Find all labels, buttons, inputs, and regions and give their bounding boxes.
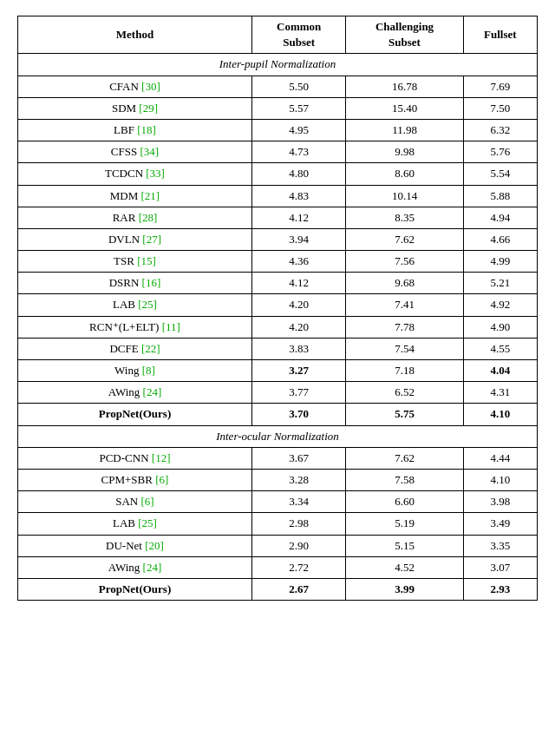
method-name: CFSS	[111, 145, 140, 158]
header-common: CommonSubset	[251, 16, 345, 54]
section-header-row: Inter-pupil Normalization	[18, 54, 538, 76]
header-method: Method	[18, 16, 252, 54]
method-cell: MDM [21]	[18, 185, 252, 207]
results-table: Method CommonSubset ChallengingSubset Fu…	[17, 16, 538, 601]
common-value: 2.98	[251, 513, 345, 535]
challenging-value: 15.40	[346, 97, 463, 119]
method-name: DSRN	[109, 276, 142, 289]
challenging-value: 7.18	[346, 360, 463, 382]
fullset-value: 4.04	[463, 360, 537, 382]
method-cell: SDM [29]	[18, 97, 252, 119]
challenging-value: 8.60	[346, 163, 463, 185]
common-value: 4.95	[251, 119, 345, 141]
table-row: LAB [25]2.985.193.49	[18, 513, 538, 535]
method-cell: DSRN [16]	[18, 273, 252, 294]
method-cell: LAB [25]	[18, 294, 252, 316]
method-name: LAB	[113, 298, 138, 311]
header-fullset: Fullset	[463, 16, 537, 54]
propnet-challenging: 3.99	[346, 578, 463, 600]
table-row: LBF [18]4.9511.986.32	[18, 119, 538, 141]
common-value: 5.57	[251, 97, 345, 119]
table-row: DU-Net [20]2.905.153.35	[18, 535, 538, 556]
method-ref: [6]	[141, 495, 154, 508]
common-value: 3.34	[251, 491, 345, 513]
method-name: LBF	[114, 123, 137, 136]
common-value: 5.50	[251, 76, 345, 97]
challenging-value: 7.54	[346, 338, 463, 359]
method-ref: [25]	[138, 516, 157, 529]
section-title: Inter-pupil Normalization	[18, 54, 538, 76]
table-row: DVLN [27]3.947.624.66	[18, 228, 538, 250]
method-cell: RAR [28]	[18, 207, 252, 228]
challenging-value: 9.98	[346, 141, 463, 163]
propnet-fullset: 4.10	[463, 404, 537, 425]
method-name: DU-Net	[106, 539, 145, 552]
challenging-value: 5.19	[346, 513, 463, 535]
common-value: 3.28	[251, 469, 345, 490]
propnet-challenging: 5.75	[346, 404, 463, 425]
method-cell: DU-Net [20]	[18, 535, 252, 556]
table-row: LAB [25]4.207.414.92	[18, 294, 538, 316]
common-value: 4.36	[251, 251, 345, 273]
challenging-value: 6.52	[346, 382, 463, 404]
method-ref: [28]	[139, 211, 158, 224]
challenging-value: 10.14	[346, 185, 463, 207]
common-value: 3.83	[251, 338, 345, 359]
fullset-value: 4.31	[463, 382, 537, 404]
method-ref: [8]	[142, 364, 155, 377]
method-ref: [18]	[137, 123, 156, 136]
method-ref: [34]	[140, 145, 159, 158]
challenging-value: 7.41	[346, 294, 463, 316]
method-name: SDM	[112, 102, 139, 115]
fullset-value: 3.07	[463, 556, 537, 578]
fullset-value: 5.76	[463, 141, 537, 163]
challenging-value: 7.62	[346, 228, 463, 250]
method-ref: [15]	[137, 254, 156, 267]
common-value: 4.73	[251, 141, 345, 163]
method-ref: [16]	[142, 276, 161, 289]
common-value: 4.83	[251, 185, 345, 207]
table-row: TSR [15]4.367.564.99	[18, 251, 538, 273]
method-cell: RCN⁺(L+ELT) [11]	[18, 316, 252, 338]
common-value: 4.20	[251, 294, 345, 316]
table-row: CPM+SBR [6]3.287.584.10	[18, 469, 538, 490]
fullset-value: 3.98	[463, 491, 537, 513]
method-name: CFAN	[109, 80, 141, 93]
method-ref: [21]	[141, 189, 160, 202]
propnet-row: PropNet(Ours)2.673.992.93	[18, 578, 538, 600]
table-row: AWing [24]3.776.524.31	[18, 382, 538, 404]
method-ref: [24]	[143, 385, 162, 398]
challenging-value: 7.62	[346, 447, 463, 469]
method-name: CPM+SBR	[101, 473, 156, 486]
method-name: AWing	[108, 561, 143, 574]
table-header-row: Method CommonSubset ChallengingSubset Fu…	[18, 16, 538, 54]
method-name: AWing	[108, 385, 143, 398]
method-cell: CFSS [34]	[18, 141, 252, 163]
fullset-value: 4.92	[463, 294, 537, 316]
method-cell: LAB [25]	[18, 513, 252, 535]
method-ref: [25]	[138, 298, 157, 311]
fullset-value: 3.49	[463, 513, 537, 535]
table-row: TCDCN [33]4.808.605.54	[18, 163, 538, 185]
challenging-value: 9.68	[346, 273, 463, 294]
challenging-value: 6.60	[346, 491, 463, 513]
common-value: 4.20	[251, 316, 345, 338]
method-name: RCN⁺(L+ELT)	[89, 320, 162, 333]
fullset-value: 5.54	[463, 163, 537, 185]
fullset-value: 5.88	[463, 185, 537, 207]
challenging-value: 7.78	[346, 316, 463, 338]
table-row: AWing [24]2.724.523.07	[18, 556, 538, 578]
fullset-value: 4.90	[463, 316, 537, 338]
fullset-value: 7.50	[463, 97, 537, 119]
method-cell: AWing [24]	[18, 556, 252, 578]
fullset-value: 5.21	[463, 273, 537, 294]
fullset-value: 7.69	[463, 76, 537, 97]
common-value: 4.80	[251, 163, 345, 185]
method-cell: SAN [6]	[18, 491, 252, 513]
section-title: Inter-ocular Normalization	[18, 425, 538, 447]
challenging-value: 5.15	[346, 535, 463, 556]
method-ref: [27]	[142, 233, 161, 246]
common-value: 2.90	[251, 535, 345, 556]
method-cell: PCD-CNN [12]	[18, 447, 252, 469]
table-row: CFAN [30]5.5016.787.69	[18, 76, 538, 97]
